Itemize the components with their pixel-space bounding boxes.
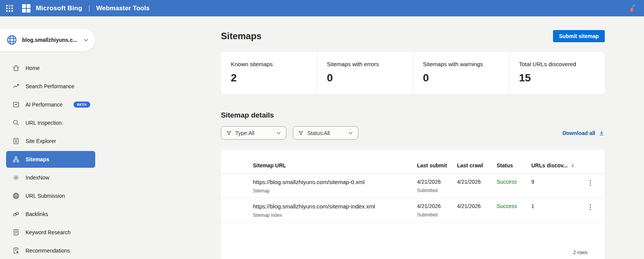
download-all-label: Download all (563, 130, 595, 136)
column-header-urls-discovered[interactable]: URLs discov... (531, 162, 587, 168)
stats-card: Known sitemaps 2 Sitemaps with errors 0 … (221, 52, 605, 94)
column-header-status[interactable]: Status (497, 162, 531, 168)
table-row[interactable]: https://blog.smallzhiyuns.com/sitemap-0.… (221, 174, 605, 198)
sidebar-item-label: Keyword Research (26, 229, 70, 235)
row-actions-kebab-icon[interactable] (587, 179, 593, 186)
stat-label: Known sitemaps (231, 61, 316, 67)
topbar: Microsoft Bing | Webmaster Tools (0, 0, 644, 16)
sidebar-item-recommendations[interactable]: Recommendations (6, 242, 95, 259)
home-icon (12, 64, 20, 72)
document-list-icon (12, 137, 20, 145)
sidebar-item-home[interactable]: Home (6, 60, 95, 76)
copilot-icon[interactable] (628, 3, 638, 13)
chevron-down-icon (83, 37, 89, 43)
stat-label: Sitemaps with errors (327, 61, 412, 67)
sitemap-url[interactable]: https://blog.smallzhiyuns.com/sitemap-0.… (253, 179, 417, 185)
status-badge: Success (497, 203, 531, 209)
sidebar-item-search-performance[interactable]: Search Performance (6, 78, 95, 95)
main-content: Sitemaps Submit sitemap Known sitemaps 2… (221, 16, 605, 259)
ai-performance-icon (12, 101, 20, 108)
last-crawl-date: 4/21/2026 (457, 203, 497, 209)
sidebar-nav: Home Search Performance AI Performance B… (0, 60, 95, 259)
sidebar-item-label: URL Inspection (26, 120, 62, 126)
product-title: Webmaster Tools (96, 5, 149, 12)
brand-title: Microsoft Bing (36, 5, 82, 12)
sidebar-item-label: Search Performance (26, 83, 74, 89)
table-header-row: Sitemap URL Last submit Last crawl Statu… (221, 157, 605, 174)
sidebar-item-ai-performance[interactable]: AI Performance BETA (6, 96, 95, 113)
status-badge: Success (497, 179, 531, 185)
stat-sitemaps-with-warnings: Sitemaps with warnings 0 (413, 52, 509, 94)
column-header-last-submit[interactable]: Last submit (417, 162, 457, 168)
stat-value: 0 (423, 72, 509, 84)
status-filter-dropdown[interactable]: Status:All (293, 126, 358, 140)
gear-icon (12, 174, 20, 181)
sidebar-item-label: IndexNow (26, 175, 49, 181)
site-selector[interactable]: blog.smallzhiyuns.c... (0, 29, 95, 51)
globe-site-icon (6, 34, 18, 46)
last-submit-sub: Submitted (417, 212, 457, 218)
last-submit-cell: 4/21/2026 Submitted (417, 203, 457, 218)
column-header-label: URLs discov... (531, 162, 567, 168)
row-count: 2 rows (573, 249, 588, 255)
sidebar-item-keyword-research[interactable]: Keyword Research (6, 224, 95, 241)
chevron-down-icon (276, 130, 281, 136)
topbar-divider: | (88, 4, 90, 12)
sitemap-url[interactable]: https://blog.smallzhiyuns.com/sitemap-in… (253, 203, 417, 210)
urls-discovered-count: 1 (531, 203, 587, 209)
sidebar-item-backlinks[interactable]: Backlinks (6, 206, 95, 222)
sidebar-item-label: URL Submission (26, 193, 65, 199)
last-submit-cell: 4/21/2026 Submitted (417, 179, 457, 193)
column-header-sitemap-url[interactable]: Sitemap URL (253, 162, 417, 168)
sidebar-item-label: Home (26, 65, 40, 71)
document-icon (12, 229, 20, 236)
sidebar-item-label: Recommendations (26, 248, 70, 254)
sitemap-icon (12, 156, 20, 163)
download-all-link[interactable]: Download all (563, 130, 605, 136)
sidebar-item-indexnow[interactable]: IndexNow (6, 169, 95, 186)
stat-total-urls-discovered: Total URLs discovered 15 (509, 52, 605, 94)
type-filter-dropdown[interactable]: Type:All (221, 126, 286, 140)
sidebar-item-label: Sitemaps (26, 156, 49, 162)
stat-label: Total URLs discovered (519, 61, 605, 67)
sort-descending-icon (570, 163, 575, 168)
sitemap-details-heading: Sitemap details (221, 111, 605, 119)
sitemap-type: Sitemap Index (253, 213, 417, 218)
last-crawl-date: 4/21/2026 (457, 179, 497, 185)
page-title: Sitemaps (221, 31, 262, 41)
last-submit-date: 4/21/2026 (417, 179, 457, 185)
link-icon (12, 210, 20, 218)
sidebar-item-site-explorer[interactable]: Site Explorer (6, 133, 95, 149)
stat-known-sitemaps: Known sitemaps 2 (221, 52, 316, 94)
microsoft-logo-icon (22, 4, 30, 13)
last-submit-date: 4/21/2026 (417, 203, 457, 209)
table-row[interactable]: https://blog.smallzhiyuns.com/sitemap-in… (221, 198, 605, 222)
chevron-down-icon (348, 130, 353, 136)
status-filter-label: Status:All (307, 130, 330, 136)
sidebar-item-label: AI Performance (26, 102, 62, 108)
download-icon (598, 130, 605, 136)
sitemap-type: Sitemap (253, 188, 417, 194)
sidebar-item-sitemaps[interactable]: Sitemaps (6, 151, 95, 168)
sidebar-item-label: Backlinks (26, 211, 48, 217)
sidebar-item-url-submission[interactable]: URL Submission (6, 187, 95, 204)
stat-label: Sitemaps with warnings (423, 61, 509, 67)
type-filter-label: Type:All (235, 130, 254, 136)
globe-icon (12, 192, 20, 200)
filter-funnel-icon (226, 130, 232, 136)
submit-sitemap-button[interactable]: Submit sitemap (553, 30, 605, 42)
filter-funnel-icon (298, 130, 304, 136)
document-person-icon (12, 247, 20, 254)
sidebar-item-label: Site Explorer (26, 138, 56, 144)
sidebar-item-url-inspection[interactable]: URL Inspection (6, 114, 95, 131)
trend-icon (12, 83, 20, 90)
stat-value: 0 (327, 72, 412, 84)
magnifier-icon (12, 119, 20, 127)
waffle-menu-icon[interactable] (6, 5, 13, 12)
column-header-last-crawl[interactable]: Last crawl (457, 162, 497, 168)
row-actions-kebab-icon[interactable] (587, 203, 593, 211)
urls-discovered-count: 9 (531, 179, 587, 185)
last-submit-sub: Submitted (417, 188, 457, 193)
stat-value: 15 (519, 72, 605, 84)
stat-value: 2 (231, 72, 316, 84)
